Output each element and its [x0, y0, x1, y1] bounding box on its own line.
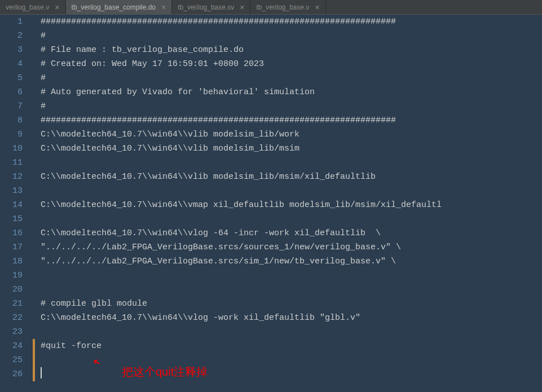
code-line[interactable]: "../../../../Lab2_FPGA_VerilogBase.srcs/… — [33, 240, 542, 254]
code-editor[interactable]: ########################################… — [33, 15, 542, 392]
code-line[interactable]: # — [33, 29, 542, 43]
code-line[interactable]: C:\\modeltech64_10.7\\win64\\vlib models… — [33, 170, 542, 184]
line-number: 2 — [0, 29, 23, 43]
line-number: 24 — [0, 339, 23, 353]
tab-label: tb_verilog_base_compile.do — [72, 3, 156, 11]
code-line[interactable]: # compile glbl module — [33, 297, 542, 311]
line-number: 23 — [0, 325, 23, 339]
close-icon[interactable]: × — [55, 3, 59, 12]
close-icon[interactable]: × — [240, 3, 244, 12]
line-number: 26 — [0, 367, 23, 381]
code-line[interactable]: C:\\modeltech64_10.7\\win64\\vlib models… — [33, 142, 542, 156]
code-line[interactable]: #quit -force — [33, 339, 542, 353]
line-number: 20 — [0, 283, 23, 297]
tab-label: tb_verilog_base.sv — [178, 3, 234, 11]
code-line[interactable]: # File name : tb_verilog_base_compile.do — [33, 43, 542, 57]
line-number: 14 — [0, 198, 23, 212]
text-cursor-icon — [41, 367, 42, 378]
code-line[interactable]: C:\\modeltech64_10.7\\win64\\vmap xil_de… — [33, 198, 542, 212]
editor-area: 1 2 3 4 5 6 7 8 9 10 11 12 13 14 15 16 1… — [0, 15, 542, 392]
close-icon[interactable]: × — [315, 3, 320, 12]
line-number: 13 — [0, 184, 23, 198]
tab-verilog-base[interactable]: verilog_base.v × — [0, 0, 66, 14]
tab-bar: verilog_base.v × tb_verilog_base_compile… — [0, 0, 542, 15]
code-line[interactable] — [33, 367, 542, 381]
code-line[interactable]: # Created on: Wed May 17 16:59:01 +0800 … — [33, 57, 542, 71]
line-number: 4 — [0, 57, 23, 71]
tab-label: tb_verilog_base.v — [256, 3, 309, 11]
code-line[interactable]: # — [33, 71, 542, 85]
tab-compile-do[interactable]: tb_verilog_base_compile.do × — [66, 0, 173, 14]
line-number: 6 — [0, 85, 23, 99]
modified-marker-icon — [33, 339, 35, 353]
line-number: 3 — [0, 43, 23, 57]
line-number: 1 — [0, 15, 23, 29]
line-number: 9 — [0, 127, 23, 142]
line-number: 25 — [0, 353, 23, 367]
line-number: 16 — [0, 226, 23, 240]
tab-tb-verilog-base-v[interactable]: tb_verilog_base.v × — [250, 0, 325, 14]
line-number: 12 — [0, 170, 23, 184]
code-line[interactable] — [33, 184, 542, 198]
line-number: 5 — [0, 71, 23, 85]
line-number-gutter: 1 2 3 4 5 6 7 8 9 10 11 12 13 14 15 16 1… — [0, 15, 33, 392]
code-line[interactable] — [33, 283, 542, 297]
code-line[interactable]: # — [33, 99, 542, 113]
tab-label: verilog_base.v — [6, 3, 49, 11]
line-number: 17 — [0, 240, 23, 254]
close-icon[interactable]: × — [161, 3, 166, 12]
line-number: 7 — [0, 99, 23, 113]
modified-marker-icon — [33, 353, 35, 367]
code-line[interactable] — [33, 212, 542, 226]
line-number: 15 — [0, 212, 23, 226]
code-line[interactable] — [33, 325, 542, 339]
code-line[interactable]: ########################################… — [33, 15, 542, 29]
code-line[interactable] — [33, 268, 542, 283]
line-number: 21 — [0, 297, 23, 311]
line-number: 8 — [0, 113, 23, 127]
code-line[interactable]: ########################################… — [33, 113, 542, 127]
code-line[interactable]: "../../../../Lab2_FPGA_VerilogBase.srcs/… — [33, 254, 542, 268]
code-line[interactable] — [33, 156, 542, 170]
modified-marker-icon — [33, 367, 35, 381]
code-line[interactable] — [33, 353, 542, 367]
line-number: 10 — [0, 142, 23, 156]
tab-verilog-base-sv[interactable]: tb_verilog_base.sv × — [172, 0, 250, 14]
code-line[interactable]: C:\\modeltech64_10.7\\win64\\vlog -work … — [33, 311, 542, 325]
line-number: 18 — [0, 254, 23, 268]
code-line[interactable]: C:\\modeltech64_10.7\\win64\\vlog -64 -i… — [33, 226, 542, 240]
code-line[interactable]: C:\\modeltech64_10.7\\win64\\vlib models… — [33, 127, 542, 142]
code-line[interactable]: # Auto generated by Vivado for 'behavior… — [33, 85, 542, 99]
line-number: 22 — [0, 311, 23, 325]
line-number: 11 — [0, 156, 23, 170]
line-number: 19 — [0, 268, 23, 283]
